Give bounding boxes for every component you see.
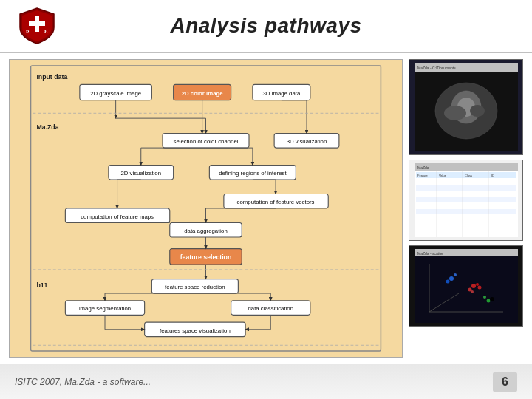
- svg-point-94: [490, 297, 494, 301]
- table-image: MaZda Feature V: [415, 163, 518, 237]
- diagram-area: Input data 2D grayscale image 2D color i…: [9, 59, 403, 358]
- screenshot-table: MaZda Feature V: [409, 160, 523, 241]
- viz-2d-label: 2D visualization: [120, 170, 161, 177]
- image-seg-label: image segmentation: [79, 305, 131, 312]
- page-number: 6: [493, 372, 517, 392]
- svg-text:MaZda - C:\Documents...: MaZda - C:\Documents...: [417, 66, 459, 70]
- screenshot-3d: MaZda - scatter: [409, 245, 523, 327]
- feature-space-label: feature space reduction: [165, 284, 225, 290]
- svg-text:Feature: Feature: [417, 174, 429, 177]
- b11-label: b11: [36, 282, 47, 289]
- svg-text:Value: Value: [439, 174, 447, 177]
- svg-point-59: [470, 105, 485, 117]
- footer-citation: ISITC 2007, Ma.Zda - a software...: [15, 377, 151, 387]
- svg-rect-64: [416, 180, 516, 185]
- svg-point-88: [477, 286, 481, 290]
- ct-scan-image: MaZda - C:\Documents...: [415, 63, 518, 151]
- scatter-3d-image: MaZda - scatter: [415, 249, 518, 323]
- svg-point-58: [444, 106, 466, 120]
- svg-point-89: [449, 276, 454, 281]
- svg-text:Class: Class: [465, 174, 472, 177]
- svg-rect-69: [416, 209, 516, 214]
- diagram-svg: Input data 2D grayscale image 2D color i…: [14, 64, 398, 352]
- logo-icon: P Ł: [18, 7, 55, 45]
- svg-rect-65: [416, 185, 516, 191]
- svg-text:ID: ID: [491, 174, 494, 177]
- svg-point-86: [476, 283, 479, 286]
- main-content: Input data 2D grayscale image 2D color i…: [0, 53, 532, 364]
- screenshots-panel: MaZda - C:\Documents... MaZda: [409, 59, 523, 358]
- logo-area: P Ł: [15, 6, 59, 47]
- svg-text:MaZda - scatter: MaZda - scatter: [417, 251, 443, 256]
- data-aggregation-label: data aggregation: [184, 228, 228, 234]
- feature-selection-label: feature selection: [180, 253, 232, 261]
- input-data-label: Input data: [36, 73, 67, 81]
- features-viz-label: features space visualization: [160, 327, 231, 334]
- color-image-label: 2D color image: [182, 90, 224, 97]
- regions-label: defining regions of interest: [219, 170, 287, 177]
- svg-rect-67: [416, 197, 516, 202]
- viz-3d-label: 3D visualization: [287, 138, 327, 145]
- svg-text:Ł: Ł: [44, 29, 48, 35]
- svg-text:P: P: [26, 29, 30, 35]
- svg-text:MaZda: MaZda: [417, 166, 429, 170]
- data-class-label: data classification: [248, 305, 293, 312]
- slide-header: P Ł Analysis pathways: [0, 0, 532, 53]
- feature-vectors-label: computation of feature vectors: [237, 199, 315, 205]
- grayscale-label: 2D grayscale image: [90, 90, 141, 97]
- svg-point-93: [483, 296, 486, 299]
- svg-rect-66: [416, 191, 516, 197]
- mazda-label: Ma.Zda: [36, 123, 58, 131]
- svg-point-87: [471, 290, 474, 293]
- slide: P Ł Analysis pathways Input data: [0, 0, 532, 399]
- image-3d-label: 3D image data: [263, 90, 301, 97]
- svg-rect-80: [415, 256, 518, 323]
- svg-rect-70: [416, 215, 516, 220]
- svg-rect-60: [415, 163, 518, 171]
- svg-rect-1: [29, 21, 45, 26]
- svg-point-90: [454, 273, 457, 276]
- slide-footer: ISITC 2007, Ma.Zda - a software... 6: [0, 364, 532, 399]
- svg-point-91: [446, 280, 449, 284]
- screenshot-ct: MaZda - C:\Documents...: [409, 59, 523, 155]
- svg-point-84: [471, 284, 476, 288]
- slide-title: Analysis pathways: [59, 14, 473, 38]
- feature-maps-label: computation of feature maps: [81, 214, 154, 220]
- svg-rect-68: [416, 203, 516, 208]
- svg-point-92: [486, 299, 490, 303]
- color-channel-label: selection of color channel: [173, 138, 238, 145]
